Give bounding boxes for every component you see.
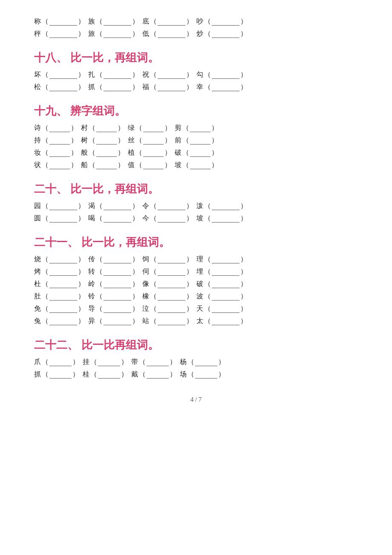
answer-blank[interactable] (158, 18, 185, 26)
answer-blank[interactable] (49, 305, 77, 313)
answer-blank[interactable] (104, 256, 131, 263)
answer-blank[interactable] (104, 293, 131, 301)
answer-blank[interactable] (212, 18, 239, 26)
answer-blank[interactable] (49, 358, 72, 366)
answer-blank[interactable] (96, 124, 117, 132)
answer-blank[interactable] (104, 318, 131, 325)
answer-blank[interactable] (143, 149, 164, 157)
paren-close: ） (118, 148, 124, 157)
char-group: 伺（） (142, 267, 193, 276)
answer-blank[interactable] (190, 149, 210, 157)
chinese-char: 饲 (142, 255, 149, 264)
answer-blank[interactable] (143, 137, 164, 145)
char-group: 称（） (34, 17, 85, 26)
answer-blank[interactable] (49, 71, 77, 79)
answer-blank[interactable] (195, 358, 217, 366)
answer-blank[interactable] (96, 162, 117, 169)
answer-blank[interactable] (212, 215, 239, 223)
answer-blank[interactable] (212, 256, 239, 263)
answer-blank[interactable] (104, 84, 131, 91)
answer-blank[interactable] (96, 149, 117, 157)
answer-blank[interactable] (104, 268, 131, 276)
answer-blank[interactable] (147, 371, 169, 379)
answer-blank[interactable] (195, 371, 217, 379)
paren-open: （ (204, 202, 211, 211)
paren-open: （ (150, 214, 157, 223)
chinese-char: 吵 (196, 17, 203, 26)
char-group: 导（） (88, 304, 139, 313)
char-group: 转（） (88, 267, 139, 276)
paren-close: ） (132, 292, 139, 301)
paren-open: （ (96, 29, 103, 38)
answer-blank[interactable] (212, 318, 239, 325)
answer-blank[interactable] (158, 215, 185, 223)
chinese-char: 抓 (34, 370, 41, 379)
answer-blank[interactable] (104, 305, 131, 313)
answer-blank[interactable] (49, 256, 77, 263)
answer-blank[interactable] (104, 202, 131, 210)
section-s20: 二十、 比一比，再组词。园（）渴（）令（）泼（）圆（）喝（）今（）坡（） (34, 182, 358, 223)
answer-blank[interactable] (212, 71, 239, 79)
answer-blank[interactable] (49, 84, 77, 91)
paren-open: （ (96, 214, 103, 223)
answer-blank[interactable] (190, 162, 210, 169)
answer-blank[interactable] (158, 84, 185, 91)
answer-blank[interactable] (158, 202, 185, 210)
answer-blank[interactable] (158, 318, 185, 325)
answer-blank[interactable] (190, 137, 210, 145)
answer-blank[interactable] (212, 202, 239, 210)
answer-blank[interactable] (49, 318, 77, 325)
paren-close: ） (78, 317, 85, 326)
chinese-char: 爪 (34, 358, 41, 367)
answer-blank[interactable] (143, 124, 164, 132)
answer-blank[interactable] (190, 124, 210, 132)
answer-blank[interactable] (104, 30, 131, 38)
chinese-char: 戴 (131, 370, 138, 379)
answer-blank[interactable] (104, 18, 131, 26)
char-group: 岭（） (88, 280, 139, 289)
answer-blank[interactable] (49, 30, 77, 38)
answer-blank[interactable] (49, 371, 72, 379)
answer-blank[interactable] (49, 162, 70, 169)
answer-blank[interactable] (49, 268, 77, 276)
chinese-char: 值 (128, 161, 135, 170)
answer-blank[interactable] (49, 124, 70, 132)
answer-blank[interactable] (104, 280, 131, 288)
answer-blank[interactable] (104, 71, 131, 79)
answer-blank[interactable] (143, 162, 164, 169)
answer-blank[interactable] (49, 149, 70, 157)
answer-blank[interactable] (96, 137, 117, 145)
answer-blank[interactable] (49, 293, 77, 301)
exercise-row: 免（）导（）泣（）天（） (34, 304, 358, 313)
answer-blank[interactable] (212, 280, 239, 288)
answer-blank[interactable] (158, 280, 185, 288)
char-group: 杨（） (180, 358, 225, 367)
answer-blank[interactable] (49, 137, 70, 145)
answer-blank[interactable] (212, 305, 239, 313)
answer-blank[interactable] (49, 202, 77, 210)
chinese-char: 场 (180, 370, 187, 379)
answer-blank[interactable] (158, 30, 185, 38)
answer-blank[interactable] (49, 280, 77, 288)
answer-blank[interactable] (212, 268, 239, 276)
paren-open: （ (42, 202, 49, 211)
answer-blank[interactable] (158, 71, 185, 79)
answer-blank[interactable] (212, 293, 239, 301)
answer-blank[interactable] (147, 358, 169, 366)
chinese-char: 杨 (180, 358, 187, 367)
answer-blank[interactable] (158, 305, 185, 313)
answer-blank[interactable] (98, 358, 120, 366)
paren-open: （ (42, 292, 49, 301)
answer-blank[interactable] (158, 256, 185, 263)
answer-blank[interactable] (49, 215, 77, 223)
answer-blank[interactable] (212, 30, 239, 38)
paren-close: ） (132, 70, 139, 79)
answer-blank[interactable] (158, 293, 185, 301)
answer-blank[interactable] (212, 84, 239, 91)
paren-open: （ (204, 70, 211, 79)
paren-open: （ (96, 292, 103, 301)
answer-blank[interactable] (104, 215, 131, 223)
answer-blank[interactable] (49, 18, 77, 26)
answer-blank[interactable] (98, 371, 120, 379)
answer-blank[interactable] (158, 268, 185, 276)
